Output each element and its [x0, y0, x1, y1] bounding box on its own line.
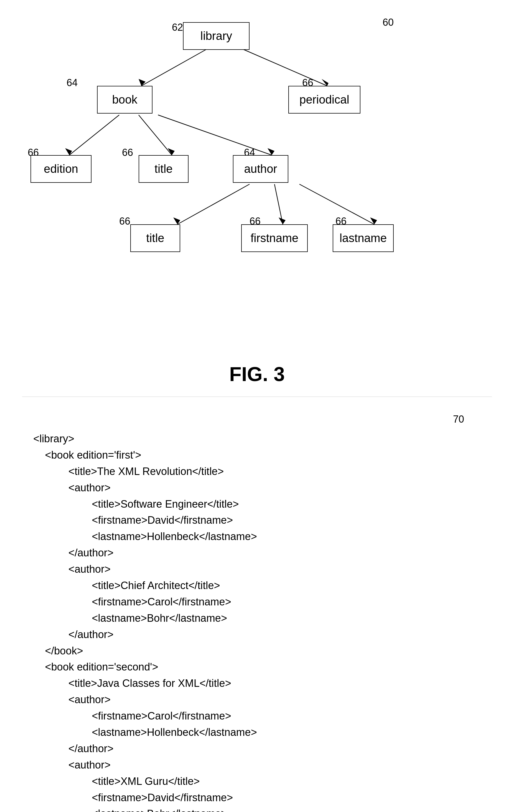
node-firstname: firstname [241, 224, 308, 252]
node-lastname: lastname [333, 224, 394, 252]
svg-line-3 [139, 115, 172, 155]
ref-62: 62 [172, 22, 183, 33]
ref-60: 60 [383, 17, 394, 28]
node-periodical: periodical [288, 86, 360, 114]
svg-marker-14 [279, 218, 286, 224]
xml-code-block: <library> <book edition='first'> <title>… [33, 431, 481, 812]
svg-line-2 [69, 115, 119, 155]
svg-line-5 [178, 184, 249, 224]
node-library: library [183, 22, 249, 50]
ref-70: 70 [33, 413, 464, 425]
node-author: author [233, 155, 288, 183]
svg-marker-11 [168, 148, 175, 155]
svg-marker-15 [370, 218, 377, 224]
node-title-book: title [139, 155, 189, 183]
svg-marker-9 [322, 79, 328, 86]
svg-line-1 [241, 49, 327, 86]
fig4-container: 70 <library> <book edition='first'> <tit… [0, 397, 514, 812]
svg-marker-8 [139, 79, 145, 86]
ref-66-title: 66 [122, 147, 133, 158]
svg-marker-10 [65, 148, 72, 155]
ref-64a: 64 [66, 77, 78, 89]
node-title-author: title [130, 224, 180, 252]
ref-66-title-author: 66 [119, 215, 130, 227]
svg-marker-12 [268, 148, 274, 155]
svg-line-6 [274, 184, 283, 224]
fig3-caption: FIG. 3 [0, 363, 514, 385]
svg-line-0 [141, 49, 208, 86]
node-book: book [97, 86, 153, 114]
fig3-diagram: 60 62 64 66 66 66 64 66 66 66 library bo… [0, 0, 514, 360]
node-edition: edition [30, 155, 91, 183]
svg-marker-13 [173, 218, 180, 224]
